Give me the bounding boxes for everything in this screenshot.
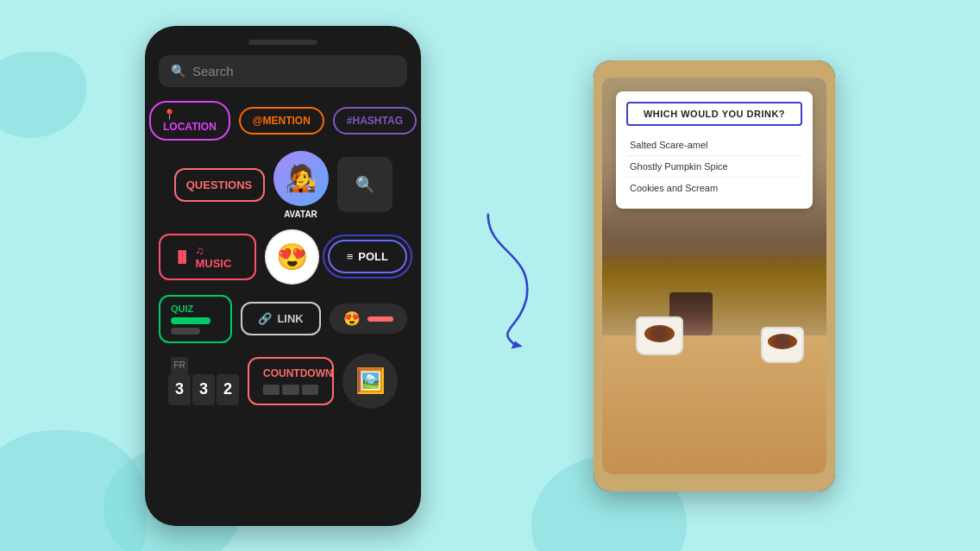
poll-question: WHICH WOULD YOU DRINK? (626, 102, 802, 126)
countdown-bars (263, 385, 318, 395)
bg-blob-3 (0, 52, 86, 138)
sticker-location[interactable]: 📍 LOCATION (149, 101, 230, 141)
number-tiles-container: FR 3 3 2 (168, 357, 239, 405)
poll-option-2[interactable]: Ghostly Pumpkin Spice (626, 156, 802, 178)
sticker-row-4: QUIZ 🔗 LINK 😍 (159, 295, 407, 343)
poll-option-3[interactable]: Cookies and Scream (626, 178, 802, 198)
main-container: 🔍 Search 📍 LOCATION @MENTION #HASHTAG QU… (145, 26, 835, 526)
sticker-emoji-heart[interactable]: 😍 (265, 229, 318, 285)
avatar-label: AVATAR (284, 210, 317, 219)
image-picker-icon: 🖼️ (355, 366, 386, 395)
tile-group-1: FR 3 (168, 357, 191, 405)
quiz-bar-inactive (171, 328, 200, 335)
countdown-bar-1 (263, 385, 280, 395)
sticker-row-1: 📍 LOCATION @MENTION #HASHTAG (159, 101, 407, 141)
sticker-row-2: QUESTIONS 🧑‍🎤 AVATAR 🔍 (159, 151, 407, 219)
search-label: Search (192, 64, 234, 78)
story-inner: WHICH WOULD YOU DRINK? Salted Scare-amel… (602, 78, 826, 474)
sticker-questions[interactable]: QUESTIONS (174, 168, 265, 202)
connecting-arrow (473, 181, 542, 371)
sticker-poll[interactable]: ≡ POLL (328, 240, 407, 273)
avatar-image: 🧑‍🎤 (273, 151, 329, 206)
coffee-cup-1 (636, 316, 683, 355)
link-label: LINK (277, 312, 303, 325)
phone-notch (248, 40, 317, 45)
sticker-music[interactable]: ▐▌ ♫ MUSIC (159, 234, 256, 280)
search-icon: 🔍 (171, 64, 185, 78)
story-panel: WHICH WOULD YOU DRINK? Salted Scare-amel… (594, 60, 835, 492)
sticker-countdown[interactable]: COUNTDOWN (248, 357, 334, 405)
countdown-bar-3 (302, 385, 318, 395)
sticker-row-5: FR 3 3 2 COUNTDOWN (159, 354, 407, 409)
poll-overlay: WHICH WOULD YOU DRINK? Salted Scare-amel… (616, 91, 813, 209)
music-icon: ▐▌ (174, 250, 190, 263)
search-bar[interactable]: 🔍 Search (159, 55, 407, 87)
poll-option-1[interactable]: Salted Scare-amel (626, 135, 802, 156)
poll-label: POLL (358, 250, 388, 263)
slider-emoji: 😍 (343, 310, 361, 327)
quiz-label: QUIZ (171, 304, 220, 314)
sticker-grid: 📍 LOCATION @MENTION #HASHTAG QUESTIONS 🧑… (159, 101, 407, 512)
tile-number-3-first: 3 (168, 374, 191, 405)
tile-number-3-second: 3 (192, 374, 215, 405)
sticker-link[interactable]: 🔗 LINK (241, 302, 320, 335)
link-icon: 🔗 (258, 312, 272, 325)
tile-label-fr: FR (171, 357, 188, 374)
coffee-cup-2 (761, 327, 804, 363)
sticker-quiz[interactable]: QUIZ (159, 295, 232, 343)
countdown-bar-2 (282, 385, 298, 395)
sticker-hashtag[interactable]: #HASHTAG (333, 107, 417, 135)
arrow-container (473, 190, 542, 362)
sticker-mention[interactable]: @MENTION (239, 107, 324, 135)
quiz-bar-active (171, 317, 210, 324)
sticker-image-picker[interactable]: 🖼️ (342, 354, 398, 409)
sticker-search-box[interactable]: 🔍 (337, 157, 393, 212)
sticker-row-3: ▐▌ ♫ MUSIC 😍 ≡ POLL (159, 229, 407, 285)
sticker-emoji-slider[interactable]: 😍 (330, 304, 407, 334)
number-tiles-group: FR 3 3 2 (168, 357, 239, 405)
emoji-slider-track (368, 316, 393, 322)
poll-icon: ≡ (347, 250, 354, 263)
music-label: ♫ MUSIC (195, 244, 241, 270)
search-box-icon: 🔍 (355, 175, 374, 194)
phone-mockup: 🔍 Search 📍 LOCATION @MENTION #HASHTAG QU… (145, 26, 421, 526)
sticker-avatar[interactable]: 🧑‍🎤 AVATAR (273, 151, 329, 219)
tile-number-2: 2 (217, 374, 239, 405)
countdown-label: COUNTDOWN (263, 367, 333, 379)
